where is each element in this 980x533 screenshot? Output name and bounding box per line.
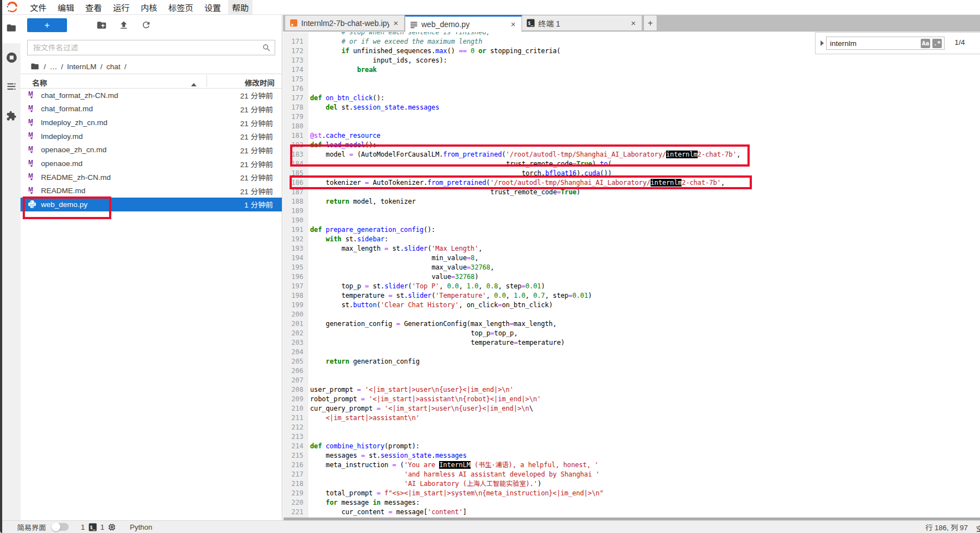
use-regex-button[interactable]: .* [932, 39, 942, 48]
file-row-chat_format_zh-CN.md[interactable]: Mchat_format_zh-CN.md21 分钟前 [20, 89, 282, 102]
code-line-197[interactable]: 197 top_p = st.slider('Top P', 0.0, 1.0,… [283, 282, 980, 291]
horizontal-scrollbar[interactable] [283, 518, 980, 520]
upload-button[interactable] [118, 20, 129, 32]
file-row-openaoe_zh_cn.md[interactable]: Mopenaoe_zh_cn.md21 分钟前 [20, 143, 282, 157]
code-line-196[interactable]: 196 value=32768) [283, 272, 980, 282]
activity-tab-running[interactable] [2, 44, 20, 73]
code-line-206[interactable]: 206 [283, 366, 980, 376]
column-header-name[interactable]: 名称 [32, 77, 47, 88]
code-line-187[interactable]: 187 trust_remote_code=True) [283, 188, 980, 197]
cursor-position[interactable]: 行 186, 列 97 [925, 522, 968, 532]
menu-item-文件[interactable]: 文件 [26, 0, 50, 14]
code-line-200[interactable]: 200 [283, 310, 980, 319]
close-icon[interactable]: × [509, 20, 518, 29]
code-line-217[interactable]: 217 'and harmless AI assistant developed… [283, 470, 980, 479]
breadcrumb-segment[interactable]: chat [106, 63, 121, 71]
file-row-web_demo.py[interactable]: web_demo.py1 分钟前 [20, 198, 282, 211]
activity-tab-extensions[interactable] [2, 103, 20, 131]
tab-终端 1[interactable]: $_终端 1× [522, 15, 642, 31]
code-line-218[interactable]: 218 'AI Laboratory (上海人工智能实验室).') [283, 479, 980, 489]
code-line-189[interactable]: 189 [283, 206, 980, 216]
code-line-201[interactable]: 201 generation_config = GenerationConfig… [283, 319, 980, 329]
menu-item-内核[interactable]: 内核 [137, 0, 161, 14]
kernel-name[interactable]: Python [130, 523, 152, 531]
terminal-icon[interactable]: $_ [88, 522, 97, 531]
code-line-207[interactable]: 207 [283, 376, 980, 385]
file-row-README.md[interactable]: MREADME.md21 分钟前 [20, 184, 282, 198]
close-icon[interactable]: × [391, 19, 400, 28]
code-line-213[interactable]: 213 [283, 432, 980, 442]
code-line-175[interactable]: 175 [283, 75, 980, 84]
tab-web_demo.py[interactable]: web_demo.py× [405, 15, 522, 32]
activity-tab-files[interactable] [2, 15, 20, 43]
kernel-icon[interactable] [107, 522, 116, 531]
activity-tab-table-of-contents[interactable] [2, 74, 20, 102]
code-line-208[interactable]: 208user_prompt = '<|im_start|>user\n{use… [283, 385, 980, 395]
file-row-chat_format.md[interactable]: Mchat_format.md21 分钟前 [20, 102, 282, 116]
breadcrumb-segment[interactable]: … [50, 63, 58, 71]
spaces-indicator[interactable]: 空格: 4 [976, 523, 980, 533]
code-area[interactable]: # stop when each sentence is finished,17… [283, 32, 980, 517]
code-line-195[interactable]: 195 max_value=32768, [283, 263, 980, 272]
menu-item-运行[interactable]: 运行 [109, 0, 133, 14]
code-line-203[interactable]: 203 temperature=temperature) [283, 338, 980, 348]
code-line-179[interactable]: 179 [283, 112, 980, 122]
code-line-190[interactable]: 190 [283, 216, 980, 225]
breadcrumb-segment[interactable]: / [100, 63, 102, 71]
code-line-183[interactable]: 183 model = (AutoModelForCausalLM.from_p… [283, 150, 980, 159]
breadcrumb-home-folder-icon[interactable] [30, 62, 39, 71]
code-line-210[interactable]: 210cur_query_prompt = '<|im_start|>user\… [283, 404, 980, 413]
code-line-194[interactable]: 194 min_value=8, [283, 253, 980, 263]
code-line-178[interactable]: 178 del st.session_state.messages [283, 103, 980, 112]
match-case-button[interactable]: Aa [921, 39, 930, 48]
menu-item-帮助[interactable]: 帮助 [228, 0, 252, 14]
menu-item-查看[interactable]: 查看 [81, 0, 106, 14]
filename-filter-input[interactable] [33, 40, 255, 55]
code-line-215[interactable]: 215 messages = st.session_state.messages [283, 451, 980, 460]
code-line-214[interactable]: 214def combine_history(prompt): [283, 442, 980, 451]
code-line-180[interactable]: 180 [283, 122, 980, 131]
breadcrumb-segment[interactable]: InternLM [67, 63, 96, 71]
code-line-174[interactable]: 174 break [283, 65, 980, 75]
code-line-204[interactable]: 204 [283, 348, 980, 357]
file-row-openaoe.md[interactable]: Mopenaoe.md21 分钟前 [20, 157, 282, 170]
menu-item-标签页[interactable]: 标签页 [164, 0, 197, 14]
code-line-219[interactable]: 219 total_prompt = f"<s><|im_start|>syst… [283, 489, 980, 498]
code-line-211[interactable]: 211 <|im_start|>assistant\n' [283, 413, 980, 423]
breadcrumb-segment[interactable]: / [44, 63, 46, 71]
autodl-logo-icon[interactable] [6, 1, 19, 13]
code-line-176[interactable]: 176 [283, 84, 980, 94]
column-header-modified[interactable]: 修改时间 [245, 77, 275, 88]
new-tab-button[interactable]: + [643, 15, 657, 31]
breadcrumb-segment[interactable]: / [125, 63, 127, 71]
code-line-220[interactable]: 220 for message in messages: [283, 498, 980, 508]
code-line-216[interactable]: 216 meta_instruction = ('You are InternL… [283, 460, 980, 470]
simple-mode-toggle[interactable] [51, 523, 69, 531]
code-line-193[interactable]: 193 max_length = st.slider('Max Length', [283, 244, 980, 253]
file-row-README_zh-CN.md[interactable]: MREADME_zh-CN.md21 分钟前 [20, 170, 282, 184]
code-line-221[interactable]: 221 cur_content = message['content'] [283, 508, 980, 517]
code-line-181[interactable]: 181@st.cache_resource [283, 131, 980, 141]
code-line-182[interactable]: 182def load_model(): [283, 141, 980, 150]
code-line-192[interactable]: 192 with st.sidebar: [283, 235, 980, 244]
close-icon[interactable]: × [629, 19, 638, 28]
code-line-199[interactable]: 199 st.button('Clear Chat History', on_c… [283, 301, 980, 310]
tab-Internlm2-7b-chat-web.ipynb[interactable]: Internlm2-7b-chat-web.ipynb× [285, 15, 405, 31]
code-line-177[interactable]: 177def on_btn_click(): [283, 94, 980, 103]
file-row-lmdeploy_zh_cn.md[interactable]: Mlmdeploy_zh_cn.md21 分钟前 [20, 116, 282, 130]
new-folder-button[interactable] [96, 20, 107, 32]
code-line-186[interactable]: 186 tokenizer = AutoTokenizer.from_pretr… [283, 178, 980, 188]
code-line-198[interactable]: 198 temperature = st.slider('Temperature… [283, 291, 980, 301]
code-line-184[interactable]: 184 trust_remote_code=True).to( [283, 159, 980, 169]
file-list-header[interactable]: 名称 修改时间 [20, 74, 282, 89]
code-line-191[interactable]: 191def prepare_generation_config(): [283, 225, 980, 235]
code-line-212[interactable]: 212 [283, 423, 980, 432]
expand-arrow-icon[interactable] [821, 40, 824, 46]
new-launcher-button[interactable]: + [27, 18, 67, 32]
breadcrumb[interactable]: /…/InternLM/chat/ [30, 60, 277, 73]
code-line-202[interactable]: 202 top_p=top_p, [283, 329, 980, 338]
breadcrumb-segment[interactable]: / [61, 63, 63, 71]
menu-item-编辑[interactable]: 编辑 [54, 0, 78, 14]
code-line-205[interactable]: 205 return generation_config [283, 357, 980, 366]
refresh-button[interactable] [141, 20, 152, 32]
